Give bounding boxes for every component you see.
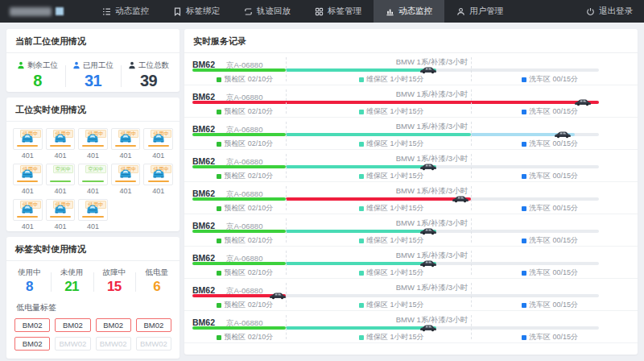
car-side-icon (419, 256, 437, 264)
nav-item-user-manage[interactable]: 用户管理 (444, 0, 515, 23)
stall-summary-stats: 剩余工位 8 已用工位 31 工位总数 39 (6, 53, 180, 98)
service-record-row: BM62京A-06880 BMW 1系/补漆/3小时 预检区 02/10分维保区… (184, 53, 638, 85)
legend-color-square (359, 303, 364, 308)
record-legend: 预检区 02/10分维保区 1小时15分洗车区 00/15分 (192, 139, 599, 148)
legend-color-square (522, 174, 526, 179)
stat-value: 31 (65, 72, 121, 90)
zone-legend: 维保区 1小时15分 (359, 300, 424, 310)
zone-legend: 维保区 1小时15分 (359, 171, 424, 181)
zone-legend: 维保区 1小时15分 (359, 139, 424, 149)
nav-item-tag-binding[interactable]: 标签绑定 (161, 0, 232, 23)
logo-accent-block (56, 7, 64, 15)
legend-color-square (522, 206, 526, 211)
record-progress-bar (192, 67, 599, 73)
zone-legend: 预检区 02/10分 (217, 203, 273, 214)
bookmark-icon (173, 7, 182, 16)
stall-status-badge: 空闲中 (85, 165, 106, 173)
nav-item-tag-manage[interactable]: 标签管理 (303, 0, 374, 23)
progress-segment (192, 326, 286, 330)
low-battery-tag[interactable]: BM02 (14, 318, 50, 332)
zone-divider (286, 218, 287, 243)
record-legend: 预检区 02/10分维保区 1小时15分洗车区 00/15分 (192, 235, 599, 245)
zone-legend: 预检区 02/10分 (217, 74, 273, 85)
low-battery-section-label: 低电量标签 (6, 300, 180, 318)
stall-id: 401 (13, 187, 43, 195)
legend-color-square (359, 142, 364, 147)
stall-cell: 使用中 401 (78, 128, 108, 160)
service-record-list: BM62京A-06880 BMW 1系/补漆/3小时 预检区 02/10分维保区… (184, 53, 638, 355)
stall-summary-panel: 当前工位使用情况 剩余工位 8 已用工位 31 工位总数 39 (6, 29, 180, 92)
nav-menu: 动态监控 标签绑定 轨迹回放 标签管理 动态监控 用户管理 (90, 0, 515, 23)
stat-label: 故障中 (103, 268, 126, 278)
record-progress-bar (192, 164, 599, 170)
car-front-icon (53, 202, 67, 217)
nav-label: 用户管理 (469, 6, 503, 17)
stall-floor-line (148, 180, 169, 182)
nav-label: 动态监控 (115, 6, 149, 17)
low-battery-tag[interactable]: BM02 (96, 318, 131, 332)
low-battery-tag[interactable]: BMW02 (55, 337, 90, 351)
car-side-icon (269, 288, 287, 297)
stat-item: 故障中 15 (93, 268, 136, 295)
low-battery-tag[interactable]: BM02 (136, 318, 171, 332)
stall-cell: 使用中 401 (111, 128, 141, 160)
stall-id: 401 (46, 222, 76, 230)
record-legend: 预检区 02/10分维保区 1小时15分洗车区 00/15分 (192, 300, 599, 309)
logout-button[interactable]: 退出登录 (575, 0, 644, 23)
legend-color-square (522, 110, 526, 114)
service-record-row: BM62京A-06880 BMW 1系/补漆/3小时 预检区 02/10分维保区… (184, 85, 638, 118)
service-record-row: BM62京A-06880 BMW 1系/补漆/3小时 预检区 02/10分维保区… (184, 150, 638, 182)
nav-item-track-replay[interactable]: 轨迹回放 (232, 0, 303, 23)
sidebar: 当前工位使用情况 剩余工位 8 已用工位 31 工位总数 39 工位实时使用 (6, 29, 180, 355)
car-front-icon (53, 131, 67, 146)
zone-legend: 洗车区 00/15分 (522, 203, 578, 214)
zone-divider (286, 315, 287, 339)
low-battery-tag[interactable]: BM02 (14, 337, 50, 351)
zone-divider (471, 315, 472, 339)
record-progress-bar (192, 228, 599, 234)
record-progress-bar (192, 293, 599, 299)
record-legend: 预检区 02/10分维保区 1小时15分洗车区 00/15分 (192, 171, 599, 180)
car-front-icon (21, 131, 35, 146)
zone-legend: 洗车区 00/15分 (522, 300, 578, 310)
progress-segment (192, 133, 286, 136)
low-battery-tag[interactable]: BMW02 (96, 337, 131, 351)
stall-id: 401 (13, 222, 43, 230)
legend-color-square (522, 271, 526, 276)
low-battery-tag[interactable]: BMW02 (136, 337, 171, 351)
stall-cell: 使用中 401 (13, 164, 43, 195)
car-side-icon (574, 95, 592, 103)
stall-id: 401 (111, 187, 141, 195)
stall-id: 401 (111, 151, 141, 160)
zone-legend: 洗车区 00/15分 (522, 235, 578, 246)
zone-divider (471, 57, 472, 81)
zone-legend: 洗车区 00/15分 (522, 171, 578, 181)
stall-floor-line (17, 180, 38, 182)
zone-divider (471, 186, 472, 210)
service-records-panel: 实时服务记录 BM62京A-06880 BMW 1系/补漆/3小时 预检区 (184, 29, 638, 355)
car-front-icon (21, 202, 35, 217)
progress-segment (286, 230, 436, 233)
stall-floor-line (17, 145, 38, 147)
bar-chart-icon (386, 7, 394, 16)
stall-id: 401 (46, 151, 76, 160)
nav-item-dynamic-monitor[interactable]: 动态监控 (90, 0, 161, 23)
nav-item-dynamic-monitor-active[interactable]: 动态监控 (374, 0, 444, 23)
zone-legend: 预检区 02/10分 (217, 106, 273, 117)
low-battery-tag[interactable]: BM02 (55, 318, 90, 332)
zone-divider (471, 89, 472, 114)
zone-legend: 预检区 02/10分 (217, 300, 273, 310)
car-side-icon (419, 63, 437, 71)
progress-segment (192, 230, 286, 233)
zone-legend: 维保区 1小时15分 (359, 268, 424, 278)
progress-segment (286, 165, 436, 168)
service-record-row: BM62京A-06880 BMW 1系/补漆/3小时 预检区 02/10分维保区… (184, 311, 638, 343)
legend-color-square (217, 174, 221, 179)
record-progress-bar (192, 325, 599, 331)
stall-cell: 使用中 401 (78, 199, 108, 230)
progress-segment (286, 68, 436, 72)
power-icon (586, 7, 595, 16)
zone-legend: 洗车区 00/15分 (522, 74, 578, 85)
nav-label: 标签管理 (328, 6, 361, 17)
stall-id: 401 (78, 222, 108, 230)
